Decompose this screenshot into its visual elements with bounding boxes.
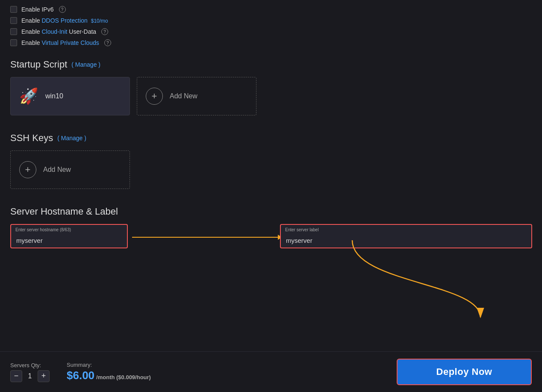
summary-price-suffix: /month ($0.009/hour)	[96, 374, 151, 380]
hostname-input[interactable]	[10, 224, 128, 248]
ddos-checkbox[interactable]	[10, 17, 17, 24]
deploy-button-wrap: Deploy Now	[397, 359, 532, 385]
rocket-icon: 🚀	[19, 87, 38, 105]
hostname-section-title: Server Hostname & Label	[10, 206, 532, 217]
startup-script-add-label: Add New	[170, 92, 197, 100]
ddos-price-badge: $10/mo	[91, 18, 108, 24]
ssh-keys-title: SSH Keys ( Manage )	[10, 133, 532, 144]
bottom-bar: Servers Qty: − 1 + Summary: $6.00 /month…	[0, 351, 542, 392]
cloudinit-checkbox[interactable]	[10, 28, 17, 35]
cloudinit-help-icon[interactable]: ?	[101, 28, 108, 35]
label-input-wrap: Enter server label	[280, 224, 532, 248]
ssh-add-new-card[interactable]: + Add New	[10, 150, 130, 189]
startup-script-title: Startup Script ( Manage )	[10, 59, 532, 70]
qty-section: Servers Qty: − 1 +	[10, 362, 50, 382]
annotation-arrow-line	[132, 237, 280, 238]
startup-script-card-win10[interactable]: 🚀 win10	[10, 77, 130, 115]
add-circle-icon: +	[146, 88, 163, 105]
qty-label: Servers Qty:	[10, 362, 50, 368]
ssh-add-circle-icon: +	[19, 161, 36, 178]
qty-value: 1	[26, 372, 34, 380]
ssh-add-label: Add New	[43, 166, 71, 174]
startup-script-add-new-card[interactable]: + Add New	[137, 77, 256, 115]
deploy-now-button[interactable]: Deploy Now	[397, 359, 532, 385]
hostname-input-wrap: Enter server hostname (8/63)	[10, 224, 128, 248]
ipv6-label: Enable IPv6	[21, 6, 54, 13]
ddos-link[interactable]: DDOS Protection	[41, 17, 87, 24]
vpc-help-icon[interactable]: ?	[104, 39, 111, 46]
label-input[interactable]	[280, 224, 532, 248]
startup-script-manage-link[interactable]: ( Manage )	[71, 61, 100, 68]
qty-decrease-button[interactable]: −	[10, 370, 22, 382]
ddos-label: Enable DDOS Protection $10/mo	[21, 17, 108, 24]
ssh-keys-manage-link[interactable]: ( Manage )	[57, 135, 86, 141]
qty-increase-button[interactable]: +	[38, 370, 50, 382]
vpc-label: Enable Virtual Private Clouds	[21, 39, 99, 46]
summary-label: Summary:	[67, 362, 151, 368]
vpc-link[interactable]: Virtual Private Clouds	[41, 39, 99, 46]
ipv6-checkbox[interactable]	[10, 6, 17, 13]
cloudinit-link[interactable]: Cloud-Init	[41, 28, 67, 35]
startup-script-name: win10	[45, 92, 63, 100]
cloudinit-label: Enable Cloud-Init User-Data	[21, 28, 96, 35]
summary-price-value: $6.00	[67, 369, 94, 382]
summary-section: Summary: $6.00 /month ($0.009/hour)	[67, 362, 151, 382]
vpc-checkbox[interactable]	[10, 39, 17, 46]
ipv6-help-icon[interactable]: ?	[59, 6, 66, 13]
